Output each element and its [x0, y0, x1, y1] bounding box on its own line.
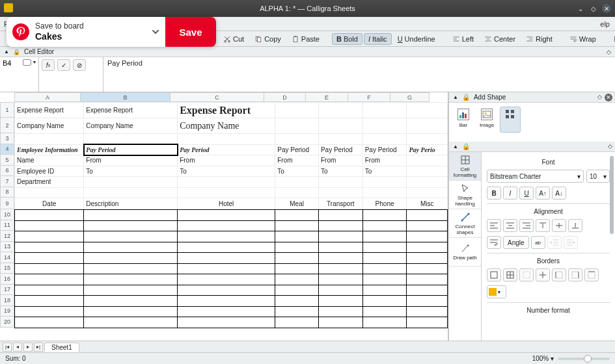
cell[interactable]: Company Name — [15, 118, 84, 134]
shape-bar-chart[interactable]: Bar — [453, 107, 474, 133]
cell-reference-input[interactable] — [3, 59, 21, 67]
border-right[interactable] — [568, 268, 582, 281]
shape-image[interactable]: Image — [476, 107, 497, 133]
pen-icon — [460, 243, 471, 254]
tab-nav-last[interactable]: ▸| — [34, 343, 43, 352]
align-right[interactable] — [519, 219, 534, 232]
paste-button[interactable]: Paste — [287, 33, 324, 45]
cursor-icon — [460, 183, 471, 194]
align-right-button[interactable]: Right — [521, 33, 557, 45]
row-headers[interactable]: 1 2 3 4 5 6 7 8 9 10 11 12 13 14 15 16 1… — [0, 102, 14, 328]
border-top[interactable] — [584, 268, 599, 281]
panel-close-icon[interactable]: ◇ — [607, 49, 611, 55]
wrap-toggle[interactable] — [487, 236, 501, 249]
tab-nav-prev[interactable]: ◂ — [13, 343, 22, 352]
border-outline[interactable] — [487, 268, 501, 281]
maximize-button[interactable]: ◇ — [589, 4, 598, 13]
spreadsheet-grid[interactable]: A B C D E F G 1 2 3 4 5 6 7 8 9 10 11 12… — [0, 92, 448, 341]
vertical-text[interactable]: ab — [531, 236, 545, 249]
cell[interactable]: Expense Report — [15, 103, 84, 118]
cut-button[interactable]: Cut — [219, 33, 249, 45]
border-none[interactable] — [519, 268, 534, 281]
cell[interactable]: Company Name — [84, 118, 178, 134]
shape-more[interactable] — [500, 107, 521, 133]
pinterest-board-dropdown[interactable] — [146, 27, 165, 37]
tab-nav-next[interactable]: ▸ — [23, 343, 33, 352]
format-button[interactable]: Format — [608, 33, 615, 45]
sheet-tab[interactable]: Sheet1 — [44, 343, 79, 352]
italic-button[interactable]: IItalic — [364, 33, 392, 45]
indent-increase[interactable] — [564, 236, 578, 249]
font-increase[interactable]: A↑ — [536, 187, 550, 200]
panel-close-icon[interactable]: ✕ — [605, 94, 612, 101]
align-left-button[interactable]: Left — [448, 33, 478, 45]
svg-rect-13 — [511, 110, 514, 113]
minimize-button[interactable]: ⌄ — [576, 4, 585, 13]
font-decrease[interactable]: A↓ — [552, 187, 566, 200]
col-E[interactable]: E — [306, 92, 348, 102]
tab-nav-first[interactable]: |◂ — [3, 343, 12, 352]
active-cell[interactable]: Pay Period — [84, 144, 178, 155]
zoom-slider[interactable] — [558, 358, 610, 360]
wrap-button[interactable]: Wrap — [565, 33, 601, 45]
border-all[interactable] — [503, 268, 517, 281]
function-button[interactable]: fx — [42, 59, 55, 71]
border-inside[interactable] — [536, 268, 550, 281]
menu-help[interactable]: elp — [600, 20, 610, 28]
formula-input[interactable]: Pay Period — [103, 57, 615, 92]
col-D[interactable]: D — [264, 92, 306, 102]
accept-button[interactable]: ✓ — [57, 59, 70, 71]
valign-bottom[interactable] — [568, 219, 582, 232]
col-B[interactable]: B — [81, 92, 171, 102]
cell[interactable]: Pay Period — [178, 144, 275, 155]
valign-top[interactable] — [536, 219, 550, 232]
panel-float-icon[interactable]: ◇ — [597, 94, 602, 101]
cell[interactable]: Expense Report — [178, 103, 275, 118]
underline-toggle[interactable]: U — [519, 187, 534, 200]
pinterest-save-button[interactable]: Save — [165, 17, 216, 47]
close-button[interactable]: ✕ — [602, 4, 611, 13]
collapse-icon[interactable]: ▲ — [4, 49, 9, 55]
zoom-level[interactable]: 100% ▾ — [532, 355, 554, 362]
app-icon — [4, 3, 13, 12]
column-headers[interactable]: A B C D E F G — [14, 92, 448, 102]
collapse-icon[interactable]: ▲ — [453, 94, 458, 100]
svg-rect-24 — [588, 272, 595, 278]
tab-shape-handling[interactable]: Shape handling — [449, 181, 481, 209]
col-A[interactable]: A — [14, 92, 81, 102]
name-box-icon[interactable] — [23, 59, 31, 66]
border-left[interactable] — [552, 268, 566, 281]
col-C[interactable]: C — [171, 92, 264, 102]
tab-connect-shapes[interactable]: Connect shapes — [449, 209, 481, 238]
cell[interactable]: Employee Information — [15, 144, 84, 155]
cell[interactable]: Company Name — [178, 118, 275, 134]
underline-button[interactable]: UUnderline — [393, 33, 440, 45]
cell-editor: ▾ fx ✓ ⊘ Pay Period — [0, 57, 615, 92]
col-G[interactable]: G — [390, 92, 430, 102]
tab-draw-path[interactable]: Draw path — [449, 238, 481, 266]
align-center-button[interactable]: Center — [480, 33, 520, 45]
border-color[interactable]: ▾ — [487, 285, 506, 298]
copy-button[interactable]: Copy — [250, 33, 286, 45]
cell-reference-box[interactable]: ▾ — [0, 57, 39, 92]
add-shape-panel: Bar Image — [449, 103, 615, 142]
collapse-icon[interactable]: ▲ — [453, 144, 458, 150]
font-size-select[interactable]: 10▾ — [586, 170, 610, 183]
valign-middle[interactable] — [552, 219, 566, 232]
indent-decrease[interactable] — [547, 236, 562, 249]
bold-button[interactable]: BBold — [332, 33, 362, 45]
tab-cell-formatting[interactable]: Cell formatting — [449, 152, 481, 181]
col-F[interactable]: F — [348, 92, 390, 102]
chevron-down-icon[interactable]: ▾ — [33, 59, 36, 65]
bold-toggle[interactable]: B — [487, 187, 501, 200]
cancel-button[interactable]: ⊘ — [73, 59, 86, 71]
panel-float-icon[interactable]: ◇ — [608, 143, 612, 150]
image-icon — [481, 109, 493, 120]
align-left[interactable] — [487, 219, 501, 232]
angle-button[interactable]: Angle — [503, 236, 529, 249]
italic-toggle[interactable]: I — [503, 187, 517, 200]
scrollbar[interactable] — [610, 156, 614, 234]
cell[interactable]: Expense Report — [84, 103, 178, 118]
align-center[interactable] — [503, 219, 517, 232]
font-family-select[interactable]: Bitstream Charter▾ — [487, 170, 584, 183]
